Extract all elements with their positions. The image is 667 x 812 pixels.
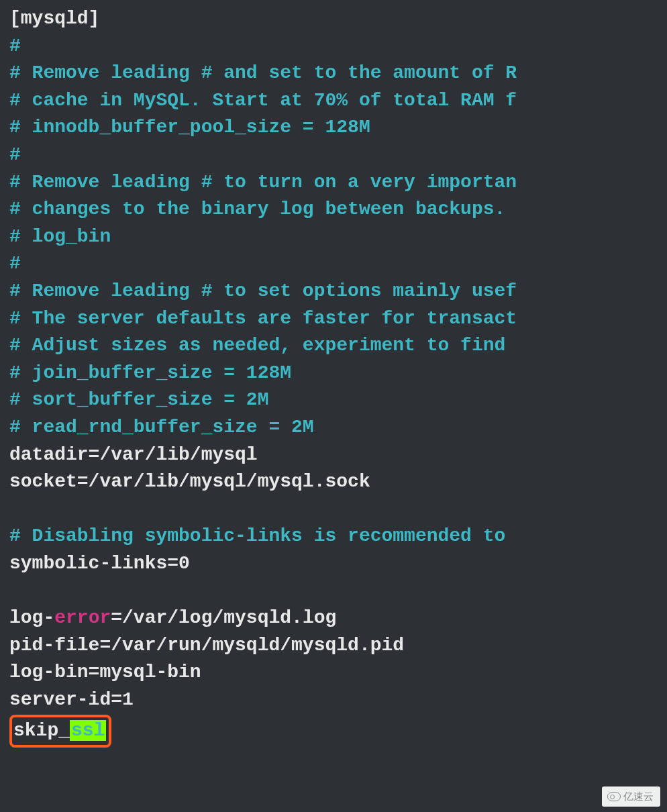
config-line: # cache in MySQL. Start at 70% of total … — [9, 87, 667, 115]
config-line: pid-file=/var/run/mysqld/mysqld.pid — [9, 632, 667, 660]
ssl-highlight: ssl — [70, 720, 106, 741]
config-line: datadir=/var/lib/mysql — [9, 442, 667, 469]
config-line: # sort_buffer_size = 2M — [9, 387, 667, 414]
error-keyword: error — [54, 607, 111, 628]
config-line-log-error: log-error=/var/log/mysqld.log — [9, 605, 667, 632]
config-line: symbolic-links=0 — [9, 550, 667, 578]
config-line: # read_rnd_buffer_size = 2M — [9, 414, 667, 442]
config-line: # join_buffer_size = 128M — [9, 360, 667, 387]
config-line: # — [9, 142, 667, 169]
config-file-tail: pid-file=/var/run/mysqld/mysqld.pidlog-b… — [9, 632, 667, 714]
watermark-text: 亿速云 — [623, 789, 654, 804]
config-line — [9, 577, 667, 605]
config-line: # — [9, 33, 667, 60]
skip-prefix: skip_ — [13, 720, 70, 741]
config-line: # Remove leading # to set options mainly… — [9, 278, 667, 305]
config-line: # changes to the binary log between back… — [9, 196, 667, 223]
log-error-suffix: =/var/log/mysqld.log — [111, 607, 336, 628]
config-line — [9, 496, 667, 523]
config-line: # The server defaults are faster for tra… — [9, 305, 667, 333]
config-line: # innodb_buffer_pool_size = 128M — [9, 114, 667, 142]
skip-ssl-annotation-box: skip_ssl — [9, 715, 111, 748]
config-line: # — [9, 250, 667, 278]
config-line: # Disabling symbolic-links is recommende… — [9, 523, 667, 550]
log-error-prefix: log- — [9, 607, 54, 628]
config-file-content: [mysqld]## Remove leading # and set to t… — [9, 5, 667, 605]
cloud-icon — [607, 792, 621, 801]
config-line: server-id=1 — [9, 687, 667, 714]
watermark-badge: 亿速云 — [602, 786, 660, 807]
config-line: # Adjust sizes as needed, experiment to … — [9, 332, 667, 360]
config-line: socket=/var/lib/mysql/mysql.sock — [9, 468, 667, 496]
config-line: log-bin=mysql-bin — [9, 659, 667, 687]
config-line: [mysqld] — [9, 5, 667, 33]
config-line: # Remove leading # to turn on a very imp… — [9, 169, 667, 197]
config-line: # Remove leading # and set to the amount… — [9, 60, 667, 87]
config-line: # log_bin — [9, 223, 667, 251]
